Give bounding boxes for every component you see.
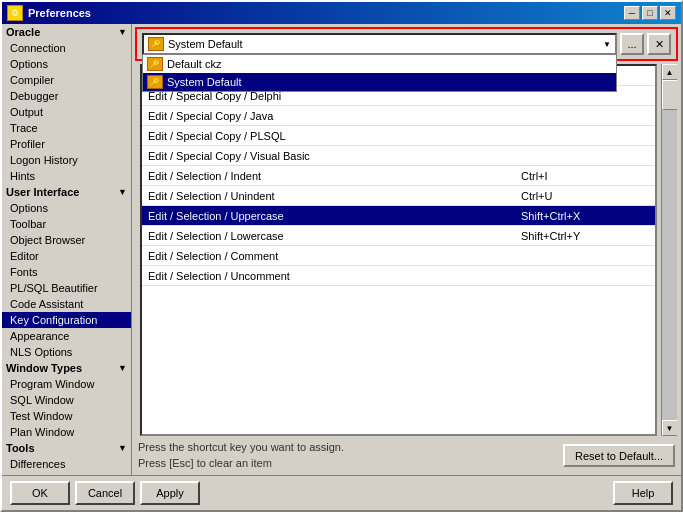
sidebar-item-code-assistant[interactable]: Code Assistant — [2, 296, 131, 312]
bottom-left-buttons: OK Cancel Apply — [10, 481, 200, 505]
minimize-button[interactable]: ─ — [624, 6, 640, 20]
sidebar-section-tools-label: Tools — [6, 442, 35, 454]
sidebar-section-user-interface[interactable]: User Interface ▼ — [2, 184, 131, 200]
scrollbar: ▲ ▼ — [661, 64, 677, 436]
scheme-x-button[interactable]: ✕ — [647, 33, 671, 55]
sidebar-item-sql-window[interactable]: SQL Window — [2, 392, 131, 408]
reset-to-default-button[interactable]: Reset to Default... — [563, 444, 675, 467]
keybind-row[interactable]: Edit / Special Copy / Visual Basic — [142, 146, 655, 166]
keybind-shortcut: Shift+Ctrl+X — [515, 206, 655, 225]
sidebar-item-debugger[interactable]: Debugger — [2, 88, 131, 104]
keybind-table-container: Edit / Special Copy / C++Edit / Special … — [140, 64, 657, 436]
status-text: Press the shortcut key you want to assig… — [138, 440, 344, 471]
dropdown-item-icon-0: 🔑 — [147, 57, 163, 71]
sidebar-item-program-window[interactable]: Program Window — [2, 376, 131, 392]
keybind-shortcut — [515, 146, 655, 165]
keybind-action-name: Edit / Selection / Lowercase — [142, 226, 515, 245]
sidebar-section-oracle[interactable]: Oracle ▼ — [2, 24, 131, 40]
keybind-shortcut: Shift+Ctrl+Y — [515, 226, 655, 245]
keybind-row[interactable]: Edit / Special Copy / Java — [142, 106, 655, 126]
sidebar-section-tools[interactable]: Tools ▼ — [2, 440, 131, 456]
keybind-table: Edit / Special Copy / C++Edit / Special … — [142, 66, 655, 286]
sidebar-item-test-window[interactable]: Test Window — [2, 408, 131, 424]
status-line-1: Press the shortcut key you want to assig… — [138, 440, 344, 455]
keybind-shortcut — [515, 126, 655, 145]
right-panel: 🔑 System Default ▼ 🔑 Default ckz 🔑 — [132, 24, 681, 475]
keybind-shortcut: Ctrl+U — [515, 186, 655, 205]
keybind-action-name: Edit / Special Copy / Java — [142, 106, 515, 125]
wt-arrow-icon: ▼ — [118, 363, 127, 373]
keybind-shortcut — [515, 266, 655, 285]
sidebar-item-connection[interactable]: Connection — [2, 40, 131, 56]
sidebar-section-wt-label: Window Types — [6, 362, 82, 374]
keybind-row[interactable]: Edit / Selection / Uncomment — [142, 266, 655, 286]
ok-button[interactable]: OK — [10, 481, 70, 505]
sidebar-item-fonts[interactable]: Fonts — [2, 264, 131, 280]
cancel-button[interactable]: Cancel — [75, 481, 135, 505]
sidebar-item-output[interactable]: Output — [2, 104, 131, 120]
scheme-dropdown-arrow-icon: ▼ — [603, 40, 611, 49]
oracle-arrow-icon: ▼ — [118, 27, 127, 37]
dropdown-item-default-ckz[interactable]: 🔑 Default ckz — [143, 55, 616, 73]
scroll-thumb[interactable] — [662, 80, 678, 110]
sidebar-item-plsql-beautifier[interactable]: PL/SQL Beautifier — [2, 280, 131, 296]
scroll-up-button[interactable]: ▲ — [662, 64, 678, 80]
scroll-down-button[interactable]: ▼ — [662, 420, 678, 436]
keybind-row[interactable]: Edit / Selection / Comment — [142, 246, 655, 266]
help-button[interactable]: Help — [613, 481, 673, 505]
keybind-action-name: Edit / Selection / Unindent — [142, 186, 515, 205]
scheme-bar: 🔑 System Default ▼ 🔑 Default ckz 🔑 — [135, 27, 678, 61]
keybind-action-name: Edit / Selection / Comment — [142, 246, 515, 265]
scroll-track — [662, 80, 678, 420]
keybind-action-name: Edit / Selection / Uppercase — [142, 206, 515, 225]
title-bar-buttons: ─ □ ✕ — [624, 6, 676, 20]
sidebar-item-plan-window[interactable]: Plan Window — [2, 424, 131, 440]
sidebar-item-trace[interactable]: Trace — [2, 120, 131, 136]
scheme-select[interactable]: 🔑 System Default ▼ — [142, 33, 617, 55]
sidebar-section-window-types[interactable]: Window Types ▼ — [2, 360, 131, 376]
apply-button[interactable]: Apply — [140, 481, 200, 505]
keybind-action-name: Edit / Selection / Uncomment — [142, 266, 515, 285]
keybind-shortcut — [515, 246, 655, 265]
keybind-action-name: Edit / Special Copy / Visual Basic — [142, 146, 515, 165]
sidebar-item-object-browser[interactable]: Object Browser — [2, 232, 131, 248]
window-title: Preferences — [28, 7, 91, 19]
scheme-dots-button[interactable]: ... — [620, 33, 644, 55]
keybind-row[interactable]: Edit / Selection / IndentCtrl+I — [142, 166, 655, 186]
sidebar-item-logon-history[interactable]: Logon History — [2, 152, 131, 168]
sidebar-item-compiler[interactable]: Compiler — [2, 72, 131, 88]
tools-arrow-icon: ▼ — [118, 443, 127, 453]
main-area: Oracle ▼ Connection Options Compiler Deb… — [2, 24, 681, 475]
sidebar: Oracle ▼ Connection Options Compiler Deb… — [2, 24, 132, 475]
sidebar-item-hints[interactable]: Hints — [2, 168, 131, 184]
keybind-table-area: Edit / Special Copy / C++Edit / Special … — [136, 64, 677, 436]
ui-arrow-icon: ▼ — [118, 187, 127, 197]
sidebar-item-options-oracle[interactable]: Options — [2, 56, 131, 72]
sidebar-item-toolbar[interactable]: Toolbar — [2, 216, 131, 232]
keybind-shortcut — [515, 106, 655, 125]
sidebar-item-options-ui[interactable]: Options — [2, 200, 131, 216]
dropdown-item-system-default[interactable]: 🔑 System Default — [143, 73, 616, 91]
sidebar-item-editor[interactable]: Editor — [2, 248, 131, 264]
keybind-row[interactable]: Edit / Selection / UppercaseShift+Ctrl+X — [142, 206, 655, 226]
sidebar-item-differences[interactable]: Differences — [2, 456, 131, 472]
sidebar-section-oracle-label: Oracle — [6, 26, 40, 38]
scheme-dropdown-list: 🔑 Default ckz 🔑 System Default — [142, 55, 617, 92]
dropdown-item-label-1: System Default — [167, 76, 242, 88]
close-button[interactable]: ✕ — [660, 6, 676, 20]
keybind-shortcut: Ctrl+I — [515, 166, 655, 185]
keybind-action-name: Edit / Selection / Indent — [142, 166, 515, 185]
keybind-row[interactable]: Edit / Selection / LowercaseShift+Ctrl+Y — [142, 226, 655, 246]
status-bar: Press the shortcut key you want to assig… — [132, 436, 681, 475]
keybind-row[interactable]: Edit / Selection / UnindentCtrl+U — [142, 186, 655, 206]
keybind-row[interactable]: Edit / Special Copy / PLSQL — [142, 126, 655, 146]
sidebar-item-key-configuration[interactable]: Key Configuration — [2, 312, 131, 328]
maximize-button[interactable]: □ — [642, 6, 658, 20]
sidebar-item-appearance[interactable]: Appearance — [2, 328, 131, 344]
sidebar-section-ui-label: User Interface — [6, 186, 79, 198]
scheme-icon: 🔑 — [148, 37, 164, 51]
status-line-2: Press [Esc] to clear an item — [138, 456, 344, 471]
sidebar-item-nls-options[interactable]: NLS Options — [2, 344, 131, 360]
sidebar-item-profiler[interactable]: Profiler — [2, 136, 131, 152]
keybind-action-name: Edit / Special Copy / PLSQL — [142, 126, 515, 145]
